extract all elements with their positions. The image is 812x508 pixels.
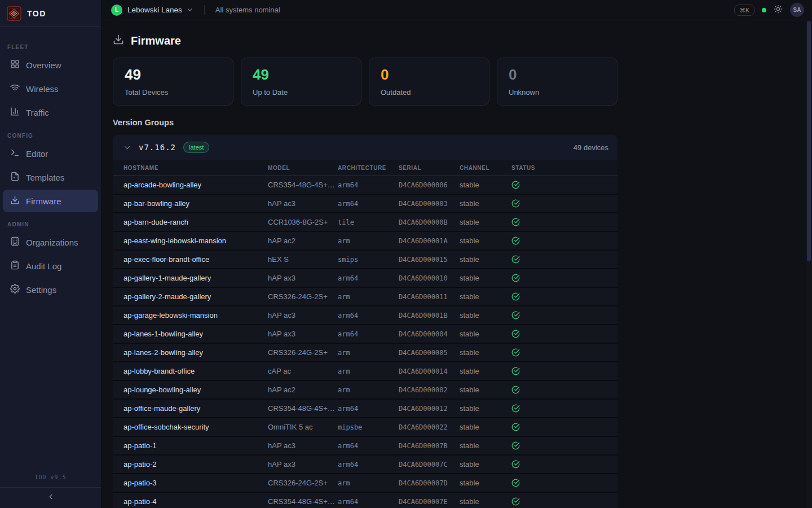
stat-label: Total Devices [125,88,222,97]
status-ok-icon [511,218,617,226]
table-row[interactable]: ap-patio-2 hAP ax3 arm64 D4CA6D00007C st… [113,456,617,474]
serial-cell: D4CA6D00007E [399,498,460,506]
sidebar-item-audit-log[interactable]: Audit Log [3,255,98,277]
channel-cell: stable [460,386,511,394]
table-header-row: HOSTNAME MODEL ARCHITECTURE SERIAL CHANN… [113,160,617,176]
sidebar-item-organizations[interactable]: Organizations [3,231,98,253]
status-ok-icon [511,181,617,189]
chevron-left-icon [47,493,55,503]
model-cell: hAP ax3 [268,274,338,282]
sun-icon [774,5,783,15]
clipboard-icon [10,260,20,271]
col-architecture: ARCHITECTURE [338,165,399,171]
sidebar-item-editor[interactable]: Editor [3,142,98,165]
sidebar-item-templates[interactable]: Templates [3,166,98,189]
sidebar: TOD FLEET Overview Wireless Traffic CONF… [0,0,102,508]
sidebar-item-overview[interactable]: Overview [3,54,98,76]
serial-cell: D4CA6D000014 [399,367,460,375]
content: Firmware 49 Total Devices 49 Up to Date … [102,20,812,508]
architecture-cell: mipsbe [338,423,399,431]
channel-cell: stable [460,367,511,375]
hostname-cell: ap-patio-4 [123,497,268,506]
hostname-cell: ap-lounge-bowling-alley [123,386,268,394]
model-cell: hAP ax3 [268,460,338,468]
hostname-cell: ap-bar-bowling-alley [123,199,268,208]
architecture-cell: arm [338,293,399,301]
org-switcher[interactable]: Lebowski Lanes [127,6,182,14]
sidebar-item-label: Wireless [26,84,59,94]
sidebar-item-firmware[interactable]: Firmware [3,190,98,212]
hostname-cell: ap-barn-dude-ranch [123,218,268,226]
table-row[interactable]: ap-lobby-brandt-office cAP ac arm D4CA6D… [113,362,617,381]
table-row[interactable]: ap-lanes-2-bowling-alley CRS326-24G-2S+ … [113,344,617,362]
sidebar-item-label: Overview [26,60,61,70]
architecture-cell: tile [338,218,399,226]
table-row[interactable]: ap-bar-bowling-alley hAP ac3 arm64 D4CA6… [113,195,617,213]
table-row[interactable]: ap-barn-dude-ranch CCR1036-8G-2S+ tile D… [113,213,617,232]
serial-cell: D4CA6D000005 [399,349,460,357]
channel-cell: stable [460,460,511,468]
col-hostname: HOSTNAME [123,165,268,171]
bar-chart-icon [10,107,20,118]
scrollbar-thumb[interactable] [807,21,811,261]
table-row[interactable]: ap-patio-1 hAP ac3 arm64 D4CA6D00007B st… [113,437,617,456]
table-row[interactable]: ap-lounge-bowling-alley hAP ac2 arm D4CA… [113,381,617,400]
table-row[interactable]: ap-office-maude-gallery CRS354-48G-4S+… … [113,400,617,418]
sidebar-item-label: Settings [26,285,56,295]
download-icon [10,195,20,207]
sidebar-item-traffic[interactable]: Traffic [3,101,98,124]
hostname-cell: ap-patio-1 [123,441,268,450]
table-row[interactable]: ap-exec-floor-brandt-office hEX S smips … [113,251,617,269]
table-row[interactable]: ap-gallery-2-maude-gallery CRS326-24G-2S… [113,288,617,306]
sidebar-collapse-button[interactable] [0,487,101,508]
version-group-header[interactable]: v7.16.2 latest 49 devices [113,135,617,160]
table-row[interactable]: ap-lanes-1-bowling-alley hAP ax3 arm64 D… [113,325,617,344]
serial-cell: D4CA6D00007D [399,479,460,487]
table-row[interactable]: ap-gallery-1-maude-gallery hAP ax3 arm64… [113,269,617,288]
stat-card-up-to-date: 49 Up to Date [241,58,361,106]
model-cell: hAP ax3 [268,330,338,338]
stat-label: Unknown [509,88,606,97]
hostname-cell: ap-garage-lebowski-mansion [123,311,268,319]
page-title: Firmware [131,34,181,47]
sidebar-item-wireless[interactable]: Wireless [3,77,98,100]
status-ok-icon [511,348,617,357]
command-palette-button[interactable]: ⌘K [734,5,754,16]
channel-cell: stable [460,181,511,189]
hostname-cell: ap-arcade-bowling-alley [123,181,268,189]
status-ok-icon [511,292,617,301]
architecture-cell: arm [338,237,399,245]
terminal-icon [10,148,20,159]
table-row[interactable]: ap-arcade-bowling-alley CRS354-48G-4S+… … [113,176,617,195]
architecture-cell: arm64 [338,312,399,319]
channel-cell: stable [460,255,511,264]
status-ok-icon [511,237,617,245]
table-row[interactable]: ap-garage-lebowski-mansion hAP ac3 arm64… [113,306,617,325]
status-ok-icon [511,367,617,375]
serial-cell: D4CA6D00007B [399,442,460,450]
sidebar-item-settings[interactable]: Settings [3,278,98,301]
org-avatar: L [111,5,122,16]
theme-toggle-button[interactable] [774,5,783,15]
version-groups-heading: Version Groups [113,118,812,127]
serial-cell: D4CA6D000002 [399,386,460,394]
stat-value: 49 [125,67,222,83]
app-logo-icon [7,6,21,21]
table-row[interactable]: ap-patio-4 CRS354-48G-4S+… arm64 D4CA6D0… [113,493,617,508]
user-avatar[interactable]: SA [790,3,804,17]
model-cell: hAP ac3 [268,441,338,450]
channel-cell: stable [460,237,511,245]
table-row[interactable]: ap-east-wing-lebowski-mansion hAP ac2 ar… [113,232,617,251]
nav-section-admin: ADMIN [7,221,101,227]
col-serial: SERIAL [399,165,460,171]
channel-cell: stable [460,497,511,506]
dashboard-grid-icon [10,59,20,71]
table-row[interactable]: ap-office-sobchak-security OmniTIK 5 ac … [113,418,617,437]
serial-cell: D4CA6D00007C [399,461,460,468]
scrollbar-track[interactable] [806,21,812,508]
channel-cell: stable [460,274,511,282]
chevron-down-icon[interactable] [186,6,193,14]
table-row[interactable]: ap-patio-3 CRS326-24G-2S+ arm D4CA6D0000… [113,474,617,493]
chevron-down-icon[interactable] [123,143,131,152]
status-ok-icon [511,199,617,208]
